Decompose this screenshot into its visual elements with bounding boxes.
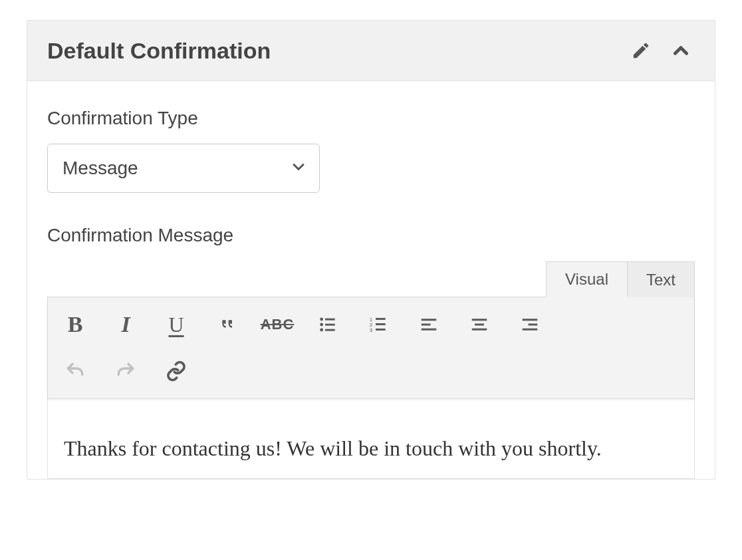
underline-button[interactable]: U (160, 308, 193, 341)
blockquote-button[interactable] (210, 308, 243, 341)
editor-content[interactable]: Thanks for contacting us! We will be in … (47, 399, 695, 479)
confirmation-type-select-wrap: Message (47, 144, 320, 193)
svg-rect-13 (422, 324, 431, 326)
svg-rect-11 (376, 329, 386, 331)
svg-rect-19 (529, 324, 538, 326)
svg-rect-12 (422, 319, 437, 321)
svg-rect-14 (422, 329, 437, 331)
panel-header: Default Confirmation (27, 21, 715, 81)
editor: Visual Text B I U ABC 123 (47, 261, 695, 479)
link-button[interactable] (160, 354, 193, 388)
chevron-up-icon (670, 39, 692, 62)
redo-icon (115, 360, 136, 382)
quote-icon (216, 314, 237, 335)
svg-rect-4 (325, 324, 335, 326)
svg-rect-20 (523, 329, 538, 331)
editor-toolbar: B I U ABC 123 (47, 297, 695, 399)
undo-button[interactable] (59, 354, 92, 388)
svg-text:3: 3 (370, 327, 373, 333)
numbered-list-button[interactable]: 123 (362, 308, 395, 341)
undo-icon (64, 360, 86, 382)
svg-point-2 (320, 329, 323, 332)
tab-text[interactable]: Text (627, 261, 695, 297)
bold-button[interactable]: B (59, 308, 92, 341)
italic-button[interactable]: I (109, 308, 142, 341)
svg-point-0 (320, 318, 323, 321)
bullet-list-button[interactable] (311, 308, 344, 341)
align-right-button[interactable] (513, 308, 547, 341)
confirmation-type-label: Confirmation Type (47, 108, 695, 129)
svg-rect-10 (376, 323, 386, 325)
panel-actions (628, 37, 695, 65)
panel-body: Confirmation Type Message Confirmation M… (27, 81, 715, 479)
svg-rect-17 (472, 329, 487, 331)
confirmation-panel: Default Confirmation Confirmation Type M… (27, 20, 715, 480)
collapse-button[interactable] (667, 37, 695, 65)
svg-point-1 (320, 323, 323, 327)
bullet-list-icon (317, 314, 338, 335)
align-left-icon (419, 315, 439, 335)
align-center-icon (469, 315, 489, 335)
svg-rect-16 (475, 324, 484, 326)
svg-rect-15 (472, 319, 487, 321)
svg-rect-5 (325, 329, 335, 331)
confirmation-message-label: Confirmation Message (47, 225, 695, 246)
align-right-icon (520, 315, 540, 335)
confirmation-type-select[interactable]: Message (47, 144, 320, 193)
align-center-button[interactable] (463, 308, 496, 341)
strikethrough-button[interactable]: ABC (261, 308, 294, 341)
tab-visual[interactable]: Visual (546, 261, 628, 297)
numbered-list-icon: 123 (368, 314, 389, 335)
pencil-icon (631, 41, 651, 61)
svg-rect-9 (376, 318, 386, 320)
panel-title: Default Confirmation (47, 38, 271, 64)
editor-tabs: Visual Text (47, 261, 695, 297)
svg-rect-18 (523, 319, 538, 321)
edit-button[interactable] (628, 38, 654, 63)
redo-button[interactable] (109, 354, 142, 388)
svg-rect-3 (325, 319, 335, 321)
align-left-button[interactable] (412, 308, 445, 341)
link-icon (166, 360, 187, 382)
